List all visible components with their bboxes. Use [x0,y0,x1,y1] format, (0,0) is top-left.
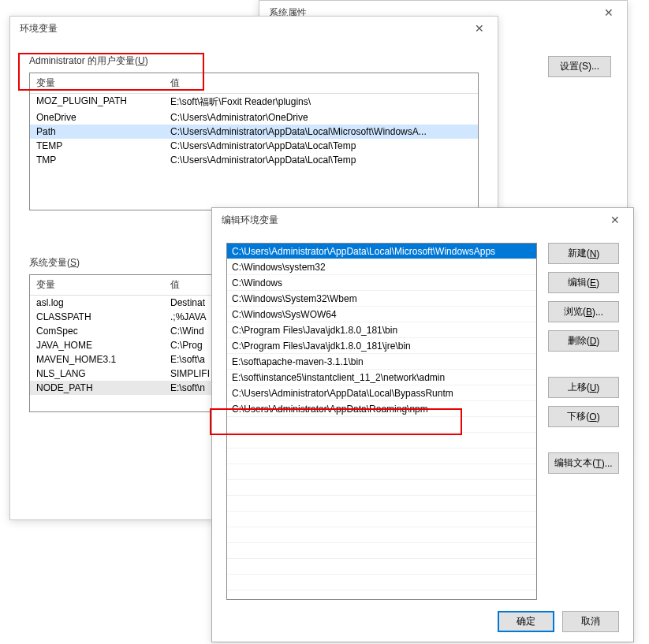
list-item-empty[interactable] [227,527,536,543]
list-item[interactable]: C:\Users\Administrator\AppData\Local\Byp… [227,385,536,401]
var-name: TEMP [30,139,164,153]
edit-buttons-column: 新建(N) 编辑(E) 浏览(B)... 删除(D) 上移(U) 下移(O) 编… [548,243,619,600]
list-item[interactable]: E:\soft\instance5\instantclient_11_2\net… [227,370,536,385]
close-icon[interactable]: ✕ [597,6,621,19]
edit-button[interactable]: 编辑(E) [548,272,619,293]
delete-button[interactable]: 删除(D) [548,330,619,352]
list-item-empty[interactable] [227,480,536,496]
var-name: asl.log [30,296,164,310]
list-item-empty[interactable] [227,496,536,512]
title-env: 环境变量 [20,22,58,35]
table-row[interactable]: MOZ_PLUGIN_PATHE:\soft\福昕\Foxit Reader\p… [30,94,478,110]
new-button[interactable]: 新建(N) [548,243,619,264]
list-item[interactable]: C:\Windows\SysWOW64 [227,307,536,322]
var-name: ComSpec [30,324,164,338]
move-up-button[interactable]: 上移(U) [548,377,619,398]
var-name: NODE_PATH [30,381,164,395]
var-value: C:\Users\Administrator\AppData\Local\Tem… [164,139,478,153]
user-vars-listbox[interactable]: 变量 值 MOZ_PLUGIN_PATHE:\soft\福昕\Foxit Rea… [29,73,479,210]
titlebar-edit: 编辑环境变量 ✕ [212,208,633,232]
col-variable: 变量 [30,275,164,295]
move-down-button[interactable]: 下移(O) [548,406,619,427]
list-item-empty[interactable] [227,449,536,464]
list-item[interactable]: C:\Windows [227,275,536,291]
list-item[interactable]: E:\soft\apache-maven-3.1.1\bin [227,354,536,370]
browse-button[interactable]: 浏览(B)... [548,301,619,322]
close-icon[interactable]: ✕ [603,214,627,226]
var-name: MOZ_PLUGIN_PATH [30,94,164,110]
edit-env-var-window: 编辑环境变量 ✕ C:\Users\Administrator\AppData\… [211,207,634,642]
list-item-empty[interactable] [227,512,536,527]
list-item-empty[interactable] [227,417,536,433]
table-row[interactable]: OneDriveC:\Users\Administrator\OneDrive [30,110,478,125]
var-value: E:\soft\福昕\Foxit Reader\plugins\ [164,94,478,110]
listbox-header: 变量 值 [30,73,478,94]
var-value: C:\Users\Administrator\OneDrive [164,110,478,125]
user-vars-group-title: Administrator 的用户变量(U) [29,54,479,68]
list-item[interactable]: C:\Program Files\Java\jdk1.8.0_181\jre\b… [227,338,536,354]
var-name: OneDrive [30,110,164,125]
path-list[interactable]: C:\Users\Administrator\AppData\Local\Mic… [226,243,537,600]
list-item-empty[interactable] [227,575,536,590]
var-name: NLS_LANG [30,367,164,381]
table-row[interactable]: TMPC:\Users\Administrator\AppData\Local\… [30,153,478,167]
close-icon[interactable]: ✕ [468,22,491,35]
var-name: CLASSPATH [30,310,164,324]
list-item[interactable]: C:\Users\Administrator\AppData\Local\Mic… [227,244,536,259]
titlebar-env: 环境变量 ✕ [10,17,498,40]
list-item-empty[interactable] [227,433,536,449]
settings-button[interactable]: 设置(S)... [548,56,611,77]
edit-text-button[interactable]: 编辑文本(T)... [548,452,619,474]
col-value: 值 [164,73,478,93]
var-name: Path [30,125,164,139]
var-value: C:\Users\Administrator\AppData\Local\Tem… [164,153,478,167]
list-item[interactable]: C:\Users\Administrator\AppData\Roaming\n… [227,401,536,417]
cancel-button[interactable]: 取消 [562,611,619,632]
list-item-empty[interactable] [227,464,536,480]
col-variable: 变量 [30,73,164,93]
edit-footer: 确定 取消 [226,600,619,632]
var-value: C:\Users\Administrator\AppData\Local\Mic… [164,125,478,139]
title-edit: 编辑环境变量 [222,214,278,227]
list-item-empty[interactable] [227,543,536,559]
list-item[interactable]: C:\Windows\System32\Wbem [227,291,536,307]
table-row[interactable]: TEMPC:\Users\Administrator\AppData\Local… [30,139,478,153]
var-name: JAVA_HOME [30,338,164,352]
var-name: MAVEN_HOME3.1 [30,352,164,367]
list-item-empty[interactable] [227,559,536,575]
list-item[interactable]: C:\Windows\system32 [227,259,536,275]
ok-button[interactable]: 确定 [498,611,554,632]
table-row[interactable]: PathC:\Users\Administrator\AppData\Local… [30,125,478,139]
var-name: TMP [30,153,164,167]
list-item[interactable]: C:\Program Files\Java\jdk1.8.0_181\bin [227,322,536,338]
